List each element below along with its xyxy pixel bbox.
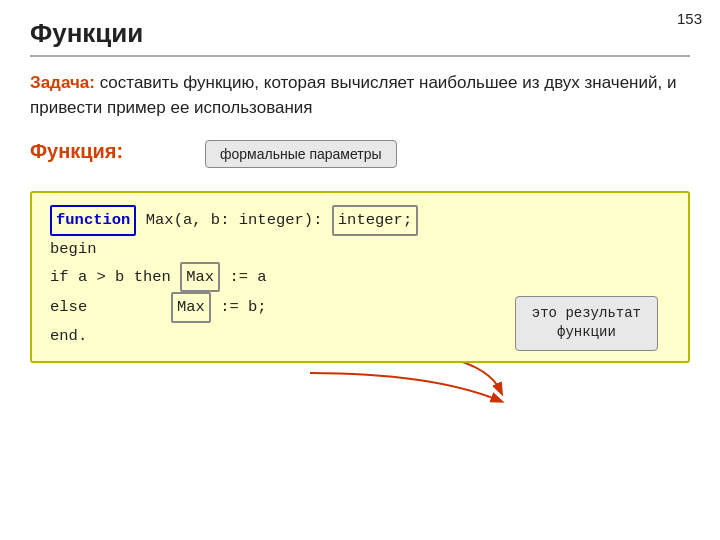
assign-b: := b; (220, 294, 267, 320)
max-box-2: Max (171, 292, 211, 322)
code-line-1: function Max (a, b: integer): integer; (50, 205, 670, 235)
slide: 153 Функции Задача: составить функцию, к… (0, 0, 720, 540)
slide-title: Функции (30, 18, 690, 57)
task-text: составить функцию, которая вычисляет наи… (30, 73, 676, 117)
keyword-function: function (50, 205, 136, 235)
result-line1: это результат (532, 305, 641, 321)
if-prefix: if a > b then (50, 264, 171, 290)
task-label: Задача: (30, 73, 95, 92)
return-type: integer; (332, 205, 418, 235)
max-box-1: Max (180, 262, 220, 292)
func-params: (a, b: integer): (174, 207, 323, 233)
func-label: Функция: (30, 138, 123, 163)
func-name-1: Max (146, 207, 174, 233)
result-tooltip: это результат функции (515, 296, 658, 351)
slide-number: 153 (677, 10, 702, 27)
code-block: function Max (a, b: integer): integer; b… (30, 191, 690, 363)
tooltip-formal: формальные параметры (205, 140, 397, 168)
begin-keyword: begin (50, 236, 97, 262)
assign-a: := a (229, 264, 266, 290)
end-keyword: end. (50, 323, 87, 349)
func-label-row: Функция: формальные параметры (30, 138, 690, 163)
code-line-2: begin (50, 236, 670, 262)
task-block: Задача: составить функцию, которая вычис… (30, 71, 690, 120)
result-line2: функции (557, 324, 616, 340)
code-line-3: if a > b then Max := a (50, 262, 670, 292)
else-prefix: else (50, 294, 87, 320)
